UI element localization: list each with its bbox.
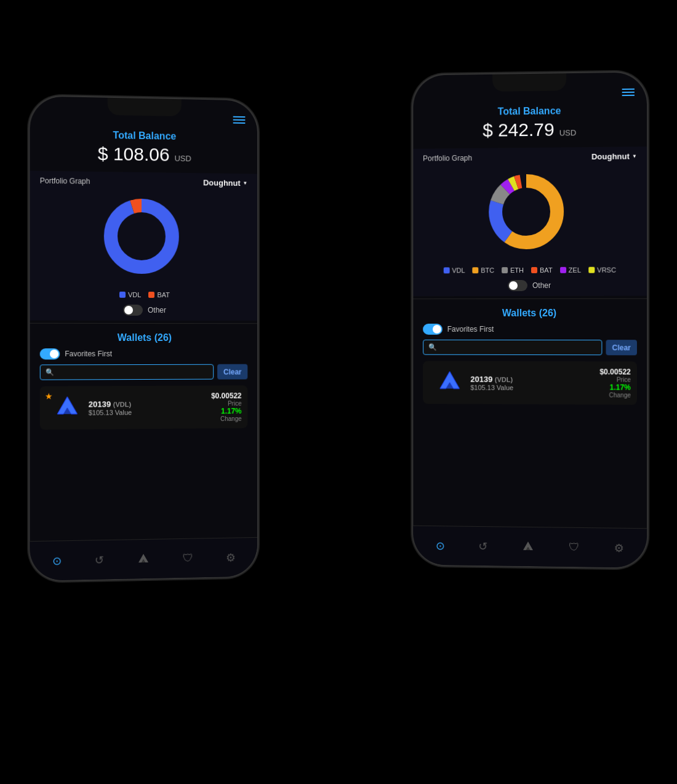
portfolio-section-left: Portfolio Graph Doughnut VDL — [30, 170, 257, 321]
legend-dot-bat-left — [148, 292, 154, 298]
balance-label-right: Total Balance — [425, 105, 635, 118]
clear-button-left[interactable]: Clear — [217, 364, 247, 380]
nav-refresh-left[interactable]: ↺ — [95, 553, 104, 567]
header-right: Total Balance $ 242.79 USD — [413, 100, 647, 149]
legend-left: VDL BAT — [40, 287, 248, 302]
wallet-info-left: 20139 (VDL) $105.13 Value — [89, 399, 206, 416]
favorites-label-left: Favorites First — [65, 350, 112, 358]
shield-icon-right: 🛡 — [569, 541, 580, 554]
legend-dot-btc-right — [472, 267, 478, 273]
search-input-right[interactable]: 🔍 — [423, 340, 602, 355]
chart-container-left — [40, 190, 248, 288]
balance-currency-left: USD — [174, 154, 191, 163]
dashboard-icon-right: ⊙ — [436, 539, 445, 553]
wallets-title-right: Wallets (26) — [423, 308, 637, 319]
nav-vdl-left[interactable] — [137, 552, 150, 566]
other-toggle-right[interactable] — [508, 280, 527, 291]
legend-dot-zel-right — [560, 267, 566, 273]
balance-row-left: $ 108.06 USD — [42, 142, 246, 166]
balance-amount-left: $ 108.06 — [98, 143, 170, 166]
favorites-toggle-right[interactable] — [423, 324, 443, 335]
phone-right: Total Balance $ 242.79 USD Portfolio Gra… — [413, 72, 647, 567]
phone-left: Total Balance $ 108.06 USD Portfolio Gra… — [30, 96, 257, 581]
favorites-label-right: Favorites First — [447, 325, 494, 334]
legend-item-bat-right: BAT — [531, 266, 553, 274]
portfolio-section-right: Portfolio Graph Doughnut — [413, 146, 647, 296]
wallet-change-label-left: Change — [211, 415, 241, 422]
doughnut-chart-right — [486, 171, 572, 258]
header-left: Total Balance $ 108.06 USD — [30, 124, 257, 174]
wallets-section-left: Wallets (26) Favorites First 🔍 Clear ★ — [30, 326, 257, 436]
chart-type-dropdown-left[interactable]: Doughnut — [203, 178, 247, 188]
vdl-nav-icon-right — [521, 540, 535, 553]
clear-button-right[interactable]: Clear — [606, 340, 637, 355]
wallet-card-right[interactable]: 20139 (VDL) $105.13 Value $0.00522 Price… — [423, 361, 637, 405]
notch-left — [108, 98, 182, 116]
legend-dot-vdl-left — [119, 292, 126, 298]
bottom-nav-right: ⊙ ↺ 🛡 ⚙ — [413, 526, 647, 568]
chart-container-right — [423, 166, 637, 263]
favorites-row-left: Favorites First — [40, 348, 248, 359]
search-input-left[interactable]: 🔍 — [40, 364, 214, 380]
shield-icon-left: 🛡 — [182, 552, 193, 565]
dashboard-icon-left: ⊙ — [52, 554, 62, 567]
legend-dot-vrsc-right — [588, 267, 595, 273]
phone-left-screen: Total Balance $ 108.06 USD Portfolio Gra… — [30, 96, 257, 581]
other-row-right: Other — [423, 280, 637, 292]
nav-settings-right[interactable]: ⚙ — [614, 541, 623, 554]
wallet-logo-left — [52, 393, 82, 423]
wallet-amount-left: 20139 (VDL) — [89, 399, 206, 409]
doughnut-chart-left — [102, 196, 188, 282]
settings-icon-left: ⚙ — [225, 551, 235, 564]
hamburger-menu-left[interactable] — [233, 116, 246, 124]
settings-icon-right: ⚙ — [614, 541, 623, 554]
wallet-value-right: $105.13 Value — [470, 383, 593, 391]
favorites-row-right: Favorites First — [423, 324, 637, 335]
nav-vdl-right[interactable] — [521, 540, 535, 553]
wallet-symbol-right: (VDL) — [495, 375, 513, 383]
refresh-icon-left: ↺ — [95, 553, 104, 567]
nav-refresh-right[interactable]: ↺ — [478, 539, 487, 553]
wallet-card-left[interactable]: ★ 20139 (VDL) $105.13 Value — [40, 385, 248, 430]
legend-item-btc-right: BTC — [472, 266, 494, 274]
nav-shield-right[interactable]: 🛡 — [569, 541, 580, 554]
star-icon-left: ★ — [45, 391, 53, 401]
balance-currency-right: USD — [559, 128, 577, 137]
hamburger-menu-right[interactable] — [622, 89, 635, 96]
legend-item-vdl-left: VDL — [119, 291, 141, 298]
portfolio-header-right: Portfolio Graph Doughnut — [423, 151, 637, 162]
svg-point-0 — [111, 205, 172, 267]
other-label-right: Other — [532, 281, 551, 290]
notch-right — [492, 73, 566, 92]
legend-item-eth-right: ETH — [502, 266, 524, 274]
search-icon-left: 🔍 — [46, 368, 54, 376]
favorites-toggle-left[interactable] — [40, 348, 60, 359]
wallet-price-label-left: Price — [211, 400, 241, 407]
search-row-left: 🔍 Clear — [40, 364, 248, 380]
portfolio-header-left: Portfolio Graph Doughnut — [40, 176, 248, 188]
wallet-price-left: $0.00522 — [211, 391, 241, 400]
phone-right-screen: Total Balance $ 242.79 USD Portfolio Gra… — [413, 72, 647, 567]
legend-item-vdl-right: VDL — [443, 266, 465, 274]
wallet-change-left: 1.17% — [211, 407, 241, 415]
nav-settings-left[interactable]: ⚙ — [225, 551, 235, 564]
balance-amount-right: $ 242.79 — [483, 119, 555, 141]
wallets-title-left: Wallets (26) — [40, 332, 248, 343]
chart-type-dropdown-right[interactable]: Doughnut — [591, 151, 637, 161]
nav-dashboard-right[interactable]: ⊙ — [436, 539, 445, 553]
refresh-icon-right: ↺ — [478, 539, 487, 553]
other-toggle-left[interactable] — [123, 305, 143, 316]
divider-right — [413, 298, 647, 299]
wallet-price-label-right: Price — [599, 376, 631, 383]
legend-item-zel-right: ZEL — [560, 266, 581, 274]
bottom-nav-left: ⊙ ↺ 🛡 ⚙ — [30, 537, 257, 581]
nav-dashboard-left[interactable]: ⊙ — [52, 554, 62, 567]
other-row-left: Other — [40, 305, 248, 316]
other-label-left: Other — [148, 306, 166, 314]
wallet-info-right: 20139 (VDL) $105.13 Value — [470, 374, 593, 391]
divider-left — [30, 323, 257, 324]
portfolio-label-right: Portfolio Graph — [423, 153, 472, 162]
nav-shield-left[interactable]: 🛡 — [182, 552, 193, 565]
wallet-amount-right: 20139 (VDL) — [470, 374, 593, 384]
legend-right: VDL BTC ETH BAT ZEL — [423, 262, 637, 278]
